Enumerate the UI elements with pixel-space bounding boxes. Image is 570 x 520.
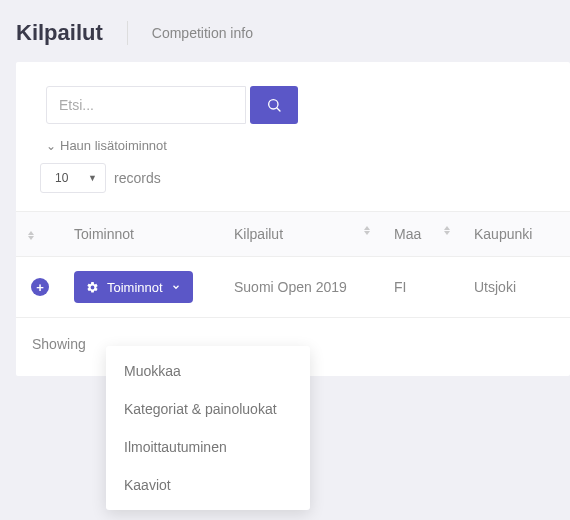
cell-competition: Suomi Open 2019 <box>224 257 384 318</box>
column-country[interactable]: Maa <box>384 212 464 257</box>
records-value: 10 <box>55 171 68 185</box>
dropdown-item-categories[interactable]: Kategoriat & painoluokat <box>106 390 310 428</box>
table-row: + Toiminnot Suomi Open 2019 FI Ut <box>16 257 570 318</box>
page-title: Kilpailut <box>16 20 103 46</box>
row-actions-label: Toiminnot <box>107 280 163 295</box>
column-expand[interactable] <box>16 212 64 257</box>
header-divider <box>127 21 128 45</box>
dropdown-item-edit[interactable]: Muokkaa <box>106 352 310 390</box>
column-actions[interactable]: Toiminnot <box>64 212 224 257</box>
sort-icon <box>364 226 370 235</box>
cell-country: FI <box>384 257 464 318</box>
caret-down-icon: ▼ <box>88 173 97 183</box>
cell-city: Utsjoki <box>464 257 570 318</box>
column-city-label: Kaupunki <box>474 226 532 242</box>
page-header: Kilpailut Competition info <box>0 0 570 62</box>
search-button[interactable] <box>250 86 298 124</box>
competitions-table: Toiminnot Kilpailut Maa Kaupunki + <box>16 211 570 318</box>
chevron-down-icon <box>171 282 181 292</box>
column-competition[interactable]: Kilpailut <box>224 212 384 257</box>
column-country-label: Maa <box>394 226 421 242</box>
search-row <box>16 86 570 124</box>
dropdown-item-registration[interactable]: Ilmoittautuminen <box>106 428 310 466</box>
advanced-search-label: Haun lisätoiminnot <box>60 138 167 153</box>
sort-icon <box>444 226 450 235</box>
gear-icon <box>86 281 99 294</box>
actions-dropdown: Muokkaa Kategoriat & painoluokat Ilmoitt… <box>106 346 310 510</box>
advanced-search-toggle[interactable]: ⌄ Haun lisätoiminnot <box>16 124 167 163</box>
expand-row-button[interactable]: + <box>31 278 49 296</box>
svg-line-1 <box>277 108 280 111</box>
column-actions-label: Toiminnot <box>74 226 134 242</box>
main-panel: ⌄ Haun lisätoiminnot 10 ▼ records Toimin… <box>16 62 570 376</box>
records-label: records <box>114 170 161 186</box>
search-icon <box>266 97 282 113</box>
column-city[interactable]: Kaupunki <box>464 212 570 257</box>
records-row: 10 ▼ records <box>16 163 570 211</box>
row-actions-button[interactable]: Toiminnot <box>74 271 193 303</box>
page-subtitle: Competition info <box>152 25 253 41</box>
chevron-down-icon: ⌄ <box>46 139 56 153</box>
records-select[interactable]: 10 ▼ <box>40 163 106 193</box>
search-input[interactable] <box>46 86 246 124</box>
dropdown-item-charts[interactable]: Kaaviot <box>106 466 310 504</box>
sort-icon <box>28 231 34 240</box>
column-competition-label: Kilpailut <box>234 226 283 242</box>
